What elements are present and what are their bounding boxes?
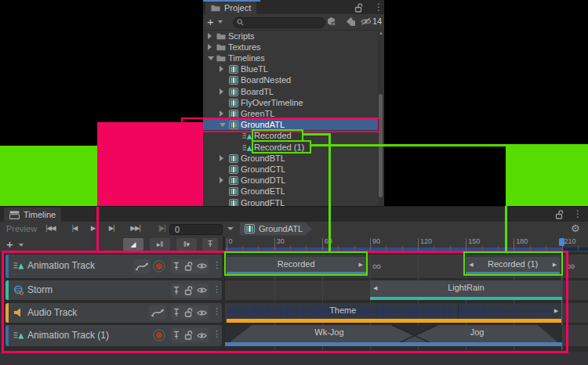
animation-clip-icon	[13, 331, 24, 340]
curves-toggle-button[interactable]	[133, 259, 151, 273]
track-area: Animation Track⋮Storm⋮Audio Track⋮Animat…	[0, 207, 588, 365]
animation-clip-icon	[13, 261, 24, 270]
project-toolbar: + 14	[203, 14, 384, 31]
track-header-audio-track[interactable]: Audio Track⋮	[5, 303, 222, 323]
tree-item-groundetl[interactable]: GroundETL	[203, 186, 378, 197]
tree-item-label: BoardNested	[241, 75, 291, 85]
clip-lightrain[interactable]: LightRain◀	[370, 280, 562, 300]
scene-green-ground-left	[0, 146, 97, 207]
pin-icon[interactable]	[172, 331, 180, 340]
lock-icon[interactable]	[184, 308, 193, 317]
tree-item-label: GroundATL	[241, 120, 285, 129]
track-options-group	[171, 284, 209, 298]
scene-green-ground-right	[506, 146, 588, 207]
clip-recorded-1-[interactable]: Recorded (1)◀▶	[466, 257, 560, 276]
foldout-collapsed-icon[interactable]	[220, 155, 223, 161]
track-options-group	[171, 305, 209, 320]
clip-out-mark: ▶	[358, 262, 362, 268]
label-icon[interactable]	[346, 16, 356, 27]
clip-label: Recorded (1)	[488, 259, 538, 269]
lock-icon[interactable]	[184, 286, 193, 295]
timeline-window: Timeline ⋮ Preview |◀◀|◀▶▶|▶▶|[▶] 0 Grou…	[0, 206, 588, 365]
eye-icon[interactable]	[197, 309, 207, 316]
tree-item-groundbtl[interactable]: GroundBTL	[203, 153, 378, 164]
clip-out-mark: ▶	[554, 308, 558, 314]
track-header-animation-track[interactable]: Animation Track⋮	[5, 255, 222, 278]
audio-speaker-icon	[13, 308, 24, 317]
foldout-collapsed-icon[interactable]	[208, 33, 212, 39]
clip-color-bar	[466, 272, 560, 276]
tree-item-scripts[interactable]: Scripts	[203, 31, 378, 42]
tree-item-recorded-1-[interactable]: Recorded (1)	[203, 142, 378, 153]
foldout-collapsed-icon[interactable]	[220, 110, 223, 117]
tree-item-label: Scripts	[228, 31, 255, 41]
scene-pink-block	[97, 122, 203, 208]
timeline-icon	[229, 154, 238, 163]
search-input[interactable]	[233, 17, 325, 28]
timeline-icon	[229, 65, 238, 74]
tree-item-grounddtl[interactable]: GroundDTL	[203, 175, 378, 186]
tree-item-label: BlueTL	[241, 64, 268, 74]
clip-color-bar	[227, 319, 561, 323]
scrollbar-thumb[interactable]	[379, 94, 383, 197]
pin-icon[interactable]	[172, 308, 180, 317]
scroll-up-icon[interactable]	[379, 31, 383, 34]
curves-toggle-button[interactable]	[149, 305, 166, 320]
create-add-button[interactable]: +	[207, 15, 214, 28]
kebab-icon[interactable]: ⋮	[374, 2, 383, 13]
tree-item-label: FlyOverTimeline	[241, 98, 303, 107]
tree-item-label: Recorded (1)	[254, 143, 304, 152]
kebab-icon[interactable]: ⋮	[212, 329, 221, 339]
tree-item-recorded[interactable]: Recorded	[203, 130, 378, 141]
lock-icon[interactable]	[354, 3, 363, 13]
eye-hidden-icon[interactable]	[361, 17, 372, 26]
kebab-icon[interactable]: ⋮	[212, 306, 221, 316]
chevron-down-icon[interactable]	[218, 20, 223, 23]
tree-item-timelines[interactable]: Timelines	[203, 52, 378, 63]
tree-item-label: Textures	[228, 42, 261, 52]
foldout-expanded-icon[interactable]	[208, 56, 214, 60]
clip-theme[interactable]: Theme▶	[227, 303, 561, 323]
track-name-label: Animation Track	[27, 260, 95, 271]
pin-icon[interactable]	[172, 262, 180, 271]
record-button[interactable]	[153, 260, 165, 273]
timeline-icon	[229, 121, 238, 129]
foldout-collapsed-icon[interactable]	[220, 66, 223, 72]
clip-recorded[interactable]: Recorded▶	[227, 257, 366, 276]
kebab-icon[interactable]: ⋮	[212, 260, 221, 270]
track-header-storm[interactable]: Storm⋮	[5, 280, 222, 300]
tree-item-label: GreenTL	[241, 109, 274, 118]
eye-icon[interactable]	[197, 287, 207, 294]
tree-item-greentl[interactable]: GreenTL	[203, 108, 378, 119]
track-color-strip	[5, 325, 9, 346]
tree-item-groundctl[interactable]: GroundCTL	[203, 164, 378, 175]
lock-icon[interactable]	[184, 262, 193, 271]
foldout-collapsed-icon[interactable]	[208, 44, 212, 50]
tab-project[interactable]: Project	[205, 2, 256, 14]
clip-color-bar	[370, 297, 562, 301]
project-scrollbar[interactable]	[378, 30, 384, 208]
foldout-collapsed-icon[interactable]	[220, 177, 223, 183]
track-header-animation-track-1-[interactable]: Animation Track (1)⋮	[5, 325, 222, 346]
tree-item-boardnested[interactable]: BoardNested	[203, 74, 378, 85]
track-name-label: Animation Track (1)	[27, 330, 109, 341]
tree-item-bluetl[interactable]: BlueTL	[203, 63, 378, 74]
tree-item-textures[interactable]: Textures	[203, 42, 378, 52]
timeline-icon	[229, 176, 238, 185]
tree-item-flyovertimeline[interactable]: FlyOverTimeline	[203, 97, 378, 108]
clip-color-bar	[225, 342, 561, 346]
clip-label: Wk-Jog	[314, 327, 343, 337]
tree-item-label: GroundDTL	[241, 175, 285, 185]
eye-icon[interactable]	[197, 262, 207, 269]
foldout-expanded-icon[interactable]	[220, 123, 226, 127]
eye-icon[interactable]	[197, 332, 207, 339]
preset-icon[interactable]	[326, 16, 336, 27]
pin-icon[interactable]	[172, 286, 180, 295]
tree-item-boardtl[interactable]: BoardTL	[203, 86, 378, 97]
tree-item-groundatl[interactable]: GroundATL	[203, 119, 378, 130]
track-name-label: Audio Track	[27, 307, 77, 318]
kebab-icon[interactable]: ⋮	[212, 284, 221, 295]
foldout-collapsed-icon[interactable]	[220, 89, 223, 95]
lock-icon[interactable]	[184, 331, 193, 340]
record-button[interactable]	[153, 329, 165, 342]
